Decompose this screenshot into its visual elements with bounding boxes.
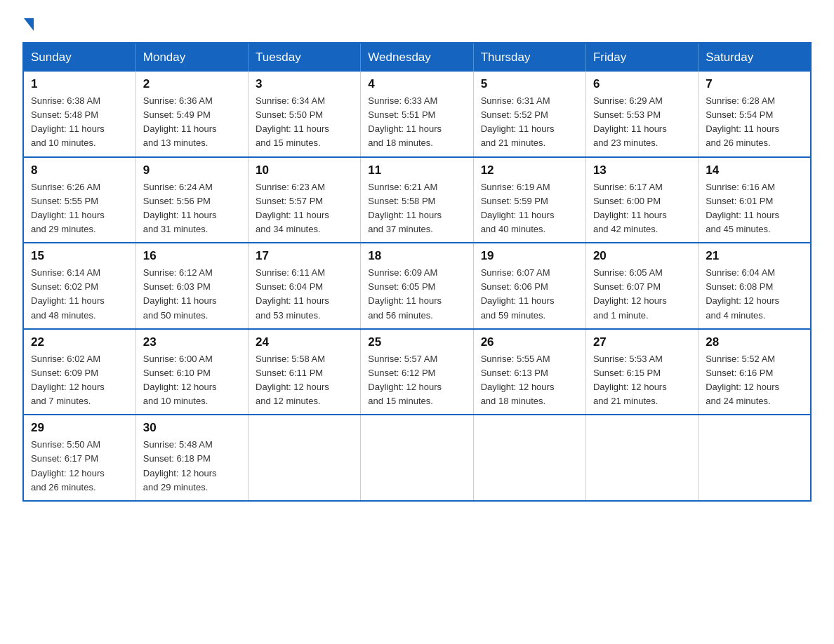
day-number: 7	[706, 77, 803, 91]
calendar-cell: 15 Sunrise: 6:14 AM Sunset: 6:02 PM Dayl…	[23, 243, 135, 329]
day-number: 21	[706, 249, 803, 263]
day-number: 14	[706, 163, 803, 177]
day-info: Sunrise: 5:52 AM Sunset: 6:16 PM Dayligh…	[706, 352, 803, 409]
logo-arrow-icon	[24, 18, 34, 31]
day-info: Sunrise: 5:55 AM Sunset: 6:13 PM Dayligh…	[481, 352, 578, 409]
col-header-thursday: Thursday	[473, 43, 585, 72]
calendar-week-row: 1 Sunrise: 6:38 AM Sunset: 5:48 PM Dayli…	[23, 72, 811, 157]
calendar-cell: 23 Sunrise: 6:00 AM Sunset: 6:10 PM Dayl…	[135, 329, 248, 415]
day-info: Sunrise: 6:04 AM Sunset: 6:08 PM Dayligh…	[706, 266, 803, 323]
calendar-cell: 26 Sunrise: 5:55 AM Sunset: 6:13 PM Dayl…	[473, 329, 585, 415]
day-info: Sunrise: 6:33 AM Sunset: 5:51 PM Dayligh…	[368, 94, 465, 151]
day-info: Sunrise: 5:58 AM Sunset: 6:11 PM Dayligh…	[256, 352, 353, 409]
calendar-cell: 5 Sunrise: 6:31 AM Sunset: 5:52 PM Dayli…	[473, 72, 585, 157]
day-info: Sunrise: 5:53 AM Sunset: 6:15 PM Dayligh…	[593, 352, 691, 409]
day-info: Sunrise: 6:16 AM Sunset: 6:01 PM Dayligh…	[706, 180, 803, 237]
calendar-cell: 18 Sunrise: 6:09 AM Sunset: 6:05 PM Dayl…	[361, 243, 473, 329]
day-info: Sunrise: 6:34 AM Sunset: 5:50 PM Dayligh…	[256, 94, 353, 151]
calendar-cell	[473, 415, 585, 501]
page-header	[22, 17, 812, 29]
day-number: 18	[368, 249, 465, 263]
day-number: 22	[31, 335, 128, 349]
day-number: 25	[368, 335, 465, 349]
calendar-cell: 22 Sunrise: 6:02 AM Sunset: 6:09 PM Dayl…	[23, 329, 135, 415]
calendar-cell: 30 Sunrise: 5:48 AM Sunset: 6:18 PM Dayl…	[135, 415, 248, 501]
day-info: Sunrise: 6:36 AM Sunset: 5:49 PM Dayligh…	[143, 94, 241, 151]
calendar-cell	[249, 415, 361, 501]
day-number: 9	[143, 163, 241, 177]
day-number: 2	[143, 77, 241, 91]
calendar-cell: 24 Sunrise: 5:58 AM Sunset: 6:11 PM Dayl…	[249, 329, 361, 415]
day-info: Sunrise: 5:50 AM Sunset: 6:17 PM Dayligh…	[31, 438, 128, 495]
calendar-cell: 4 Sunrise: 6:33 AM Sunset: 5:51 PM Dayli…	[361, 72, 473, 157]
calendar-cell: 17 Sunrise: 6:11 AM Sunset: 6:04 PM Dayl…	[249, 243, 361, 329]
calendar-cell	[361, 415, 473, 501]
day-info: Sunrise: 6:21 AM Sunset: 5:58 PM Dayligh…	[368, 180, 465, 237]
day-info: Sunrise: 6:17 AM Sunset: 6:00 PM Dayligh…	[593, 180, 691, 237]
day-number: 30	[143, 421, 241, 435]
day-number: 27	[593, 335, 691, 349]
day-number: 10	[256, 163, 353, 177]
calendar-cell: 11 Sunrise: 6:21 AM Sunset: 5:58 PM Dayl…	[361, 157, 473, 243]
calendar-cell: 21 Sunrise: 6:04 AM Sunset: 6:08 PM Dayl…	[699, 243, 811, 329]
calendar-cell: 6 Sunrise: 6:29 AM Sunset: 5:53 PM Dayli…	[585, 72, 698, 157]
calendar-cell: 13 Sunrise: 6:17 AM Sunset: 6:00 PM Dayl…	[585, 157, 698, 243]
day-info: Sunrise: 6:07 AM Sunset: 6:06 PM Dayligh…	[481, 266, 578, 323]
calendar-cell	[699, 415, 811, 501]
calendar-cell: 19 Sunrise: 6:07 AM Sunset: 6:06 PM Dayl…	[473, 243, 585, 329]
day-info: Sunrise: 6:29 AM Sunset: 5:53 PM Dayligh…	[593, 94, 691, 151]
day-info: Sunrise: 6:26 AM Sunset: 5:55 PM Dayligh…	[31, 180, 128, 237]
day-info: Sunrise: 6:24 AM Sunset: 5:56 PM Dayligh…	[143, 180, 241, 237]
calendar-cell	[585, 415, 698, 501]
calendar-week-row: 22 Sunrise: 6:02 AM Sunset: 6:09 PM Dayl…	[23, 329, 811, 415]
calendar-cell: 3 Sunrise: 6:34 AM Sunset: 5:50 PM Dayli…	[249, 72, 361, 157]
day-number: 29	[31, 421, 128, 435]
col-header-wednesday: Wednesday	[361, 43, 473, 72]
day-info: Sunrise: 6:05 AM Sunset: 6:07 PM Dayligh…	[593, 266, 691, 323]
day-number: 6	[593, 77, 691, 91]
day-number: 24	[256, 335, 353, 349]
day-number: 19	[481, 249, 578, 263]
calendar-header-row: SundayMondayTuesdayWednesdayThursdayFrid…	[23, 43, 811, 72]
col-header-friday: Friday	[585, 43, 698, 72]
day-info: Sunrise: 6:00 AM Sunset: 6:10 PM Dayligh…	[143, 352, 241, 409]
day-number: 16	[143, 249, 241, 263]
calendar-week-row: 8 Sunrise: 6:26 AM Sunset: 5:55 PM Dayli…	[23, 157, 811, 243]
day-number: 28	[706, 335, 803, 349]
calendar-cell: 20 Sunrise: 6:05 AM Sunset: 6:07 PM Dayl…	[585, 243, 698, 329]
col-header-sunday: Sunday	[23, 43, 135, 72]
calendar-cell: 28 Sunrise: 5:52 AM Sunset: 6:16 PM Dayl…	[699, 329, 811, 415]
day-info: Sunrise: 6:38 AM Sunset: 5:48 PM Dayligh…	[31, 94, 128, 151]
calendar-cell: 27 Sunrise: 5:53 AM Sunset: 6:15 PM Dayl…	[585, 329, 698, 415]
day-info: Sunrise: 5:57 AM Sunset: 6:12 PM Dayligh…	[368, 352, 465, 409]
day-number: 3	[256, 77, 353, 91]
day-info: Sunrise: 6:28 AM Sunset: 5:54 PM Dayligh…	[706, 94, 803, 151]
day-info: Sunrise: 5:48 AM Sunset: 6:18 PM Dayligh…	[143, 438, 241, 495]
day-number: 23	[143, 335, 241, 349]
calendar-cell: 8 Sunrise: 6:26 AM Sunset: 5:55 PM Dayli…	[23, 157, 135, 243]
day-info: Sunrise: 6:19 AM Sunset: 5:59 PM Dayligh…	[481, 180, 578, 237]
day-number: 26	[481, 335, 578, 349]
day-number: 11	[368, 163, 465, 177]
calendar-cell: 12 Sunrise: 6:19 AM Sunset: 5:59 PM Dayl…	[473, 157, 585, 243]
day-info: Sunrise: 6:02 AM Sunset: 6:09 PM Dayligh…	[31, 352, 128, 409]
day-number: 8	[31, 163, 128, 177]
calendar-cell: 1 Sunrise: 6:38 AM Sunset: 5:48 PM Dayli…	[23, 72, 135, 157]
day-info: Sunrise: 6:09 AM Sunset: 6:05 PM Dayligh…	[368, 266, 465, 323]
logo	[22, 17, 34, 29]
calendar-cell: 25 Sunrise: 5:57 AM Sunset: 6:12 PM Dayl…	[361, 329, 473, 415]
day-number: 5	[481, 77, 578, 91]
day-number: 15	[31, 249, 128, 263]
calendar-cell: 29 Sunrise: 5:50 AM Sunset: 6:17 PM Dayl…	[23, 415, 135, 501]
col-header-monday: Monday	[135, 43, 248, 72]
calendar-cell: 9 Sunrise: 6:24 AM Sunset: 5:56 PM Dayli…	[135, 157, 248, 243]
day-number: 12	[481, 163, 578, 177]
calendar-cell: 16 Sunrise: 6:12 AM Sunset: 6:03 PM Dayl…	[135, 243, 248, 329]
day-info: Sunrise: 6:31 AM Sunset: 5:52 PM Dayligh…	[481, 94, 578, 151]
calendar-cell: 7 Sunrise: 6:28 AM Sunset: 5:54 PM Dayli…	[699, 72, 811, 157]
col-header-tuesday: Tuesday	[249, 43, 361, 72]
day-info: Sunrise: 6:14 AM Sunset: 6:02 PM Dayligh…	[31, 266, 128, 323]
day-number: 4	[368, 77, 465, 91]
col-header-saturday: Saturday	[699, 43, 811, 72]
day-number: 13	[593, 163, 691, 177]
